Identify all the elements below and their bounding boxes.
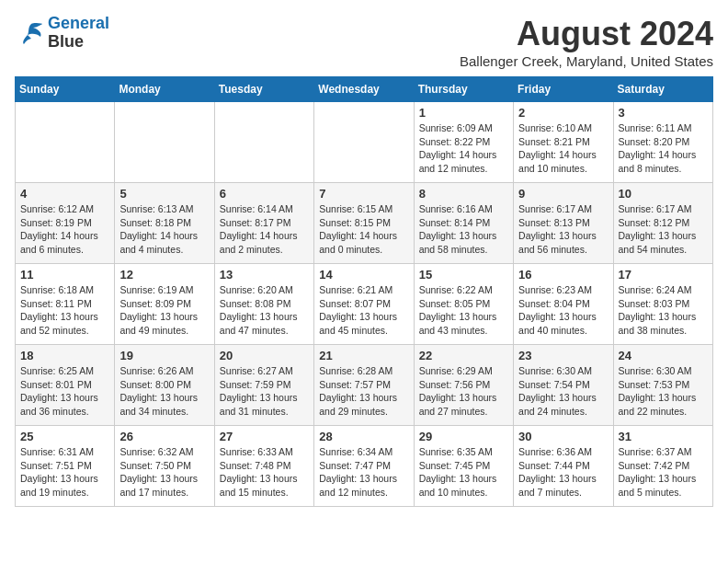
calendar-cell: 15Sunrise: 6:22 AMSunset: 8:05 PMDayligh… xyxy=(414,264,513,345)
day-info: Sunrise: 6:28 AMSunset: 7:57 PMDaylight:… xyxy=(319,364,408,419)
calendar-cell: 17Sunrise: 6:24 AMSunset: 8:03 PMDayligh… xyxy=(613,264,712,345)
calendar-cell: 9Sunrise: 6:17 AMSunset: 8:13 PMDaylight… xyxy=(514,183,613,264)
calendar-header-thursday: Thursday xyxy=(414,77,513,102)
day-info: Sunrise: 6:12 AMSunset: 8:19 PMDaylight:… xyxy=(20,202,109,257)
logo-text: General Blue xyxy=(48,15,109,52)
day-info: Sunrise: 6:16 AMSunset: 8:14 PMDaylight:… xyxy=(419,202,508,257)
title-block: August 2024 Ballenger Creek, Maryland, U… xyxy=(460,15,713,69)
calendar-cell: 19Sunrise: 6:26 AMSunset: 8:00 PMDayligh… xyxy=(115,345,214,426)
day-number: 19 xyxy=(119,349,209,362)
page-header: General Blue August 2024 Ballenger Creek… xyxy=(15,15,713,69)
day-number: 24 xyxy=(619,349,708,362)
day-info: Sunrise: 6:21 AMSunset: 8:07 PMDaylight:… xyxy=(319,283,408,338)
day-number: 4 xyxy=(20,187,109,201)
day-number: 8 xyxy=(419,187,508,201)
day-info: Sunrise: 6:22 AMSunset: 8:05 PMDaylight:… xyxy=(419,283,508,338)
day-number: 3 xyxy=(619,106,708,120)
calendar-cell: 10Sunrise: 6:17 AMSunset: 8:12 PMDayligh… xyxy=(613,183,712,264)
day-number: 7 xyxy=(319,187,408,201)
day-info: Sunrise: 6:35 AMSunset: 7:45 PMDaylight:… xyxy=(419,445,508,500)
day-info: Sunrise: 6:18 AMSunset: 8:11 PMDaylight:… xyxy=(20,283,109,338)
day-info: Sunrise: 6:19 AMSunset: 8:09 PMDaylight:… xyxy=(119,283,209,338)
day-info: Sunrise: 6:25 AMSunset: 8:01 PMDaylight:… xyxy=(20,364,109,419)
day-number: 16 xyxy=(518,268,608,282)
day-number: 6 xyxy=(220,187,309,201)
day-number: 26 xyxy=(119,430,209,443)
calendar-cell xyxy=(115,102,214,183)
day-info: Sunrise: 6:27 AMSunset: 7:59 PMDaylight:… xyxy=(220,364,309,419)
day-info: Sunrise: 6:29 AMSunset: 7:56 PMDaylight:… xyxy=(419,364,508,419)
day-number: 2 xyxy=(518,106,608,120)
calendar-cell: 30Sunrise: 6:36 AMSunset: 7:44 PMDayligh… xyxy=(514,426,613,507)
calendar-week-1: 1Sunrise: 6:09 AMSunset: 8:22 PMDaylight… xyxy=(16,102,713,183)
day-info: Sunrise: 6:23 AMSunset: 8:04 PMDaylight:… xyxy=(518,283,608,338)
day-number: 29 xyxy=(419,430,508,443)
day-number: 5 xyxy=(119,187,209,201)
location-subtitle: Ballenger Creek, Maryland, United States xyxy=(460,53,713,69)
day-number: 23 xyxy=(518,349,608,362)
day-info: Sunrise: 6:34 AMSunset: 7:47 PMDaylight:… xyxy=(319,445,408,500)
calendar-week-2: 4Sunrise: 6:12 AMSunset: 8:19 PMDaylight… xyxy=(16,183,713,264)
calendar-cell xyxy=(314,102,414,183)
day-number: 15 xyxy=(419,268,508,282)
day-info: Sunrise: 6:20 AMSunset: 8:08 PMDaylight:… xyxy=(220,283,309,338)
day-info: Sunrise: 6:24 AMSunset: 8:03 PMDaylight:… xyxy=(619,283,708,338)
calendar-cell: 31Sunrise: 6:37 AMSunset: 7:42 PMDayligh… xyxy=(613,426,712,507)
day-info: Sunrise: 6:30 AMSunset: 7:53 PMDaylight:… xyxy=(619,364,708,419)
day-info: Sunrise: 6:33 AMSunset: 7:48 PMDaylight:… xyxy=(220,445,309,500)
calendar-cell: 12Sunrise: 6:19 AMSunset: 8:09 PMDayligh… xyxy=(115,264,214,345)
day-number: 18 xyxy=(20,349,109,362)
day-number: 11 xyxy=(20,268,109,282)
calendar-cell: 16Sunrise: 6:23 AMSunset: 8:04 PMDayligh… xyxy=(514,264,613,345)
calendar-cell: 2Sunrise: 6:10 AMSunset: 8:21 PMDaylight… xyxy=(514,102,613,183)
calendar-table: SundayMondayTuesdayWednesdayThursdayFrid… xyxy=(15,76,713,507)
calendar-cell xyxy=(214,102,313,183)
calendar-cell xyxy=(16,102,115,183)
day-info: Sunrise: 6:09 AMSunset: 8:22 PMDaylight:… xyxy=(419,121,508,176)
day-info: Sunrise: 6:11 AMSunset: 8:20 PMDaylight:… xyxy=(619,121,708,176)
calendar-cell: 6Sunrise: 6:14 AMSunset: 8:17 PMDaylight… xyxy=(214,183,313,264)
calendar-header-saturday: Saturday xyxy=(613,77,712,102)
day-info: Sunrise: 6:37 AMSunset: 7:42 PMDaylight:… xyxy=(619,445,708,500)
calendar-cell: 22Sunrise: 6:29 AMSunset: 7:56 PMDayligh… xyxy=(414,345,513,426)
day-number: 20 xyxy=(220,349,309,362)
day-info: Sunrise: 6:17 AMSunset: 8:13 PMDaylight:… xyxy=(518,202,608,257)
day-info: Sunrise: 6:13 AMSunset: 8:18 PMDaylight:… xyxy=(119,202,209,257)
day-number: 13 xyxy=(220,268,309,282)
calendar-header-sunday: Sunday xyxy=(16,77,115,102)
day-info: Sunrise: 6:15 AMSunset: 8:15 PMDaylight:… xyxy=(319,202,408,257)
day-info: Sunrise: 6:26 AMSunset: 8:00 PMDaylight:… xyxy=(119,364,209,419)
day-number: 12 xyxy=(119,268,209,282)
day-info: Sunrise: 6:14 AMSunset: 8:17 PMDaylight:… xyxy=(220,202,309,257)
day-number: 21 xyxy=(319,349,408,362)
day-number: 22 xyxy=(419,349,508,362)
day-number: 17 xyxy=(619,268,708,282)
calendar-cell: 11Sunrise: 6:18 AMSunset: 8:11 PMDayligh… xyxy=(16,264,115,345)
day-info: Sunrise: 6:36 AMSunset: 7:44 PMDaylight:… xyxy=(518,445,608,500)
calendar-header-friday: Friday xyxy=(514,77,613,102)
calendar-cell: 28Sunrise: 6:34 AMSunset: 7:47 PMDayligh… xyxy=(314,426,414,507)
calendar-week-4: 18Sunrise: 6:25 AMSunset: 8:01 PMDayligh… xyxy=(16,345,713,426)
day-info: Sunrise: 6:30 AMSunset: 7:54 PMDaylight:… xyxy=(518,364,608,419)
calendar-cell: 8Sunrise: 6:16 AMSunset: 8:14 PMDaylight… xyxy=(414,183,513,264)
calendar-cell: 4Sunrise: 6:12 AMSunset: 8:19 PMDaylight… xyxy=(16,183,115,264)
calendar-cell: 1Sunrise: 6:09 AMSunset: 8:22 PMDaylight… xyxy=(414,102,513,183)
day-number: 9 xyxy=(518,187,608,201)
calendar-cell: 3Sunrise: 6:11 AMSunset: 8:20 PMDaylight… xyxy=(613,102,712,183)
month-year-title: August 2024 xyxy=(460,15,713,53)
calendar-header-wednesday: Wednesday xyxy=(314,77,414,102)
calendar-header-tuesday: Tuesday xyxy=(214,77,313,102)
day-number: 28 xyxy=(319,430,408,443)
day-info: Sunrise: 6:31 AMSunset: 7:51 PMDaylight:… xyxy=(20,445,109,500)
calendar-cell: 26Sunrise: 6:32 AMSunset: 7:50 PMDayligh… xyxy=(115,426,214,507)
day-info: Sunrise: 6:17 AMSunset: 8:12 PMDaylight:… xyxy=(619,202,708,257)
calendar-header-monday: Monday xyxy=(115,77,214,102)
calendar-week-3: 11Sunrise: 6:18 AMSunset: 8:11 PMDayligh… xyxy=(16,264,713,345)
calendar-cell: 7Sunrise: 6:15 AMSunset: 8:15 PMDaylight… xyxy=(314,183,414,264)
calendar-header-row: SundayMondayTuesdayWednesdayThursdayFrid… xyxy=(16,77,713,102)
calendar-cell: 29Sunrise: 6:35 AMSunset: 7:45 PMDayligh… xyxy=(414,426,513,507)
calendar-cell: 24Sunrise: 6:30 AMSunset: 7:53 PMDayligh… xyxy=(613,345,712,426)
day-number: 27 xyxy=(220,430,309,443)
day-number: 31 xyxy=(619,430,708,443)
day-number: 14 xyxy=(319,268,408,282)
